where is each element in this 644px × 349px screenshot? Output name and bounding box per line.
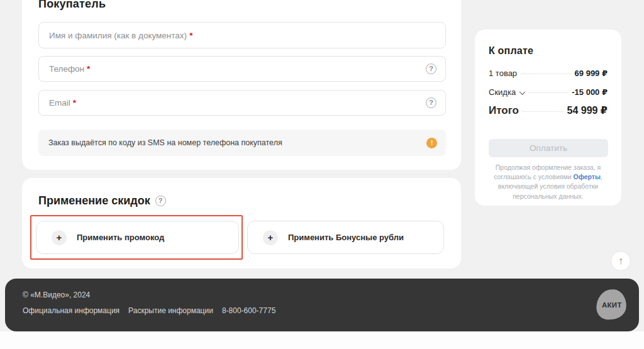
dotted-leader [521,74,570,74]
discounts-title-row: Применение скидок [38,194,166,208]
apply-bonus-rubles-label: Применить Бонусные рубли [288,233,404,242]
phone-field-placeholder: Телефон [49,64,84,74]
offer-link[interactable]: Оферты [573,173,600,180]
email-help-icon[interactable] [426,97,436,108]
discount-label: Скидка [489,87,516,97]
apply-bonus-rubles-button[interactable]: Применить Бонусные рубли [247,221,444,254]
footer-link-official-info[interactable]: Официальная информация [23,306,119,315]
sms-notice-text: Заказ выдаётся по коду из SMS на номер т… [48,138,282,147]
order-summary: К оплате 1 товар 69 999 ₽ Скидка -15 000… [475,30,621,206]
footer: © «М.Видео», 2024 Официальная информация… [5,279,639,331]
legal-text: Продолжая оформление заказа, я соглашаюс… [486,163,610,201]
discounts-help-icon[interactable] [155,196,166,206]
items-count-label: 1 товар [489,69,517,78]
items-price-value: 69 999 ₽ [575,69,608,78]
summary-row-total: Итого 54 999 ₽ [489,104,608,117]
email-field-placeholder: Email [49,98,70,108]
summary-row-discount: Скидка -15 000 ₽ [489,87,608,97]
customer-section: Покупатель Имя и фамилия (как в документ… [22,0,461,170]
scroll-to-top-button[interactable]: ↑ [611,251,631,271]
plus-icon [263,230,278,245]
akit-logo: АКИТ [595,287,628,322]
chevron-down-icon[interactable] [519,89,526,95]
email-field[interactable]: Email * [38,90,446,116]
summary-title: К оплате [489,45,533,57]
dotted-leader [528,92,568,93]
required-asterisk: * [87,64,90,74]
phone-help-icon[interactable] [426,64,436,74]
arrow-up-icon: ↑ [618,256,623,266]
checkout-page: Покупатель Имя и фамилия (как в документ… [0,0,644,349]
footer-copyright: © «М.Видео», 2024 [23,291,90,299]
pay-button[interactable]: Оплатить [489,139,608,157]
warning-icon [426,138,437,148]
discount-value: -15 000 ₽ [572,87,608,97]
sms-notice: Заказ выдаётся по коду из SMS на номер т… [38,130,446,156]
footer-links: Официальная информация Раскрытие информа… [23,306,275,315]
footer-phone-number[interactable]: 8-800-600-7775 [222,306,275,315]
footer-link-disclosure[interactable]: Раскрытие информации [128,306,213,315]
total-value: 54 999 ₽ [567,104,608,116]
akit-logo-text: АКИТ [602,301,622,308]
phone-field[interactable]: Телефон * [38,56,446,82]
customer-section-title: Покупатель [38,0,106,11]
name-field-placeholder: Имя и фамилия (как в документах) [49,31,187,40]
discounts-section-title: Применение скидок [38,194,150,208]
apply-promocode-label: Применить промокод [77,233,164,242]
summary-row-items: 1 товар 69 999 ₽ [489,69,608,78]
plus-icon [52,230,67,245]
apply-promocode-button[interactable]: Применить промокод [36,221,239,254]
name-field[interactable]: Имя и фамилия (как в документах) * [38,22,446,48]
required-asterisk: * [189,31,192,40]
required-asterisk: * [73,98,76,108]
discounts-section: Применение скидок Применить промокод При… [22,178,461,269]
dotted-leader [523,111,564,112]
total-label: Итого [489,104,519,117]
